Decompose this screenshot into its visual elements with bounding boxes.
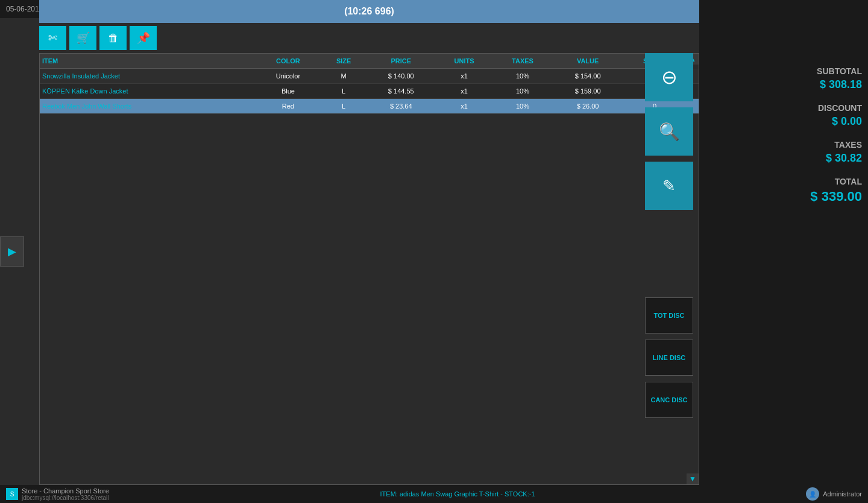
db-info: jdbc:mysql://localhost:3306/retail — [22, 495, 109, 501]
col-value: VALUE — [553, 54, 623, 69]
tag-button[interactable]: 📌 — [130, 26, 157, 50]
line-disc-button[interactable]: LINE DISC — [645, 340, 693, 376]
scroll-down-button[interactable]: ▼ — [687, 473, 699, 484]
summary-section: SUBTOTAL $ 308.18 DISCOUNT $ 0.00 TAXES … — [705, 30, 862, 479]
items-table-scroll[interactable]: ITEM COLOR SIZE PRICE UNITS TAXES VALUE … — [40, 54, 699, 484]
center-panel: (10:26 696) ✄ 🛒 🗑 📌 ITEM COLOR — [39, 0, 699, 485]
status-center: ITEM: adidas Men Swag Graphic T-Shirt - … — [380, 490, 535, 498]
order-title: (10:26 696) — [39, 0, 699, 23]
pencil-icon: ✎ — [662, 177, 676, 195]
col-taxes: TAXES — [492, 54, 553, 69]
search-item-button[interactable]: 🔍 — [645, 107, 693, 156]
store-icon: S — [6, 488, 18, 500]
add-to-cart-button[interactable]: 🛒 — [69, 26, 96, 50]
search-icon-action: 🔍 — [659, 122, 680, 142]
canc-disc-button[interactable]: CANC DISC — [645, 382, 693, 418]
cart-icon: 🛒 — [77, 31, 90, 45]
toolbar: ✄ 🛒 🗑 📌 — [39, 26, 699, 50]
col-price: PRICE — [366, 54, 436, 69]
canc-disc-label: CANC DISC — [650, 396, 687, 403]
discount-label: DISCOUNT — [705, 103, 862, 113]
chevron-right-icon: ▶ — [8, 245, 16, 258]
tag-icon: 📌 — [137, 31, 150, 45]
status-left: S Store - Champion Sport Store jdbc:mysq… — [6, 487, 109, 501]
discount-value: $ 0.00 — [705, 115, 862, 128]
remove-item-button[interactable]: ⊖ — [645, 53, 693, 101]
table-row[interactable]: Reebok Men John Wall ShortsRedL$ 23.64x1… — [40, 99, 699, 114]
col-item: ITEM — [40, 54, 255, 69]
trash-icon: 🗑 — [108, 32, 119, 45]
col-units: UNITS — [436, 54, 492, 69]
status-right: 👤 Administrator — [806, 487, 862, 501]
subtotal-label: SUBTOTAL — [705, 66, 862, 76]
total-label: TOTAL — [705, 177, 862, 186]
table-row[interactable]: KÖPPEN Kälke Down JacketBlueL$ 144.55x11… — [40, 84, 699, 99]
subtotal-value: $ 308.18 — [705, 78, 862, 91]
taxes-label: TAXES — [705, 140, 862, 150]
delete-button[interactable]: 🗑 — [99, 26, 127, 50]
tot-disc-label: TOT DISC — [653, 312, 684, 319]
table-row[interactable]: Snowzilla Insulated JacketUnicolorM$ 140… — [40, 69, 699, 84]
right-summary-panel: SUBTOTAL $ 308.18 DISCOUNT $ 0.00 TAXES … — [699, 0, 868, 485]
right-action-panel: ⊖ 🔍 ✎ TOT DISC LINE DISC CANC DISC — [645, 23, 696, 418]
col-size: SIZE — [321, 54, 366, 69]
total-value: $ 339.00 — [705, 189, 862, 204]
admin-label: Administrator — [823, 490, 862, 498]
minus-circle-icon: ⊖ — [661, 66, 678, 89]
store-name: Store - Champion Sport Store — [22, 487, 109, 495]
status-store: Store - Champion Sport Store jdbc:mysql:… — [22, 487, 109, 501]
tot-disc-button[interactable]: TOT DISC — [645, 297, 693, 334]
cut-icon: ✄ — [48, 31, 57, 45]
statusbar: S Store - Champion Sport Store jdbc:mysq… — [0, 485, 868, 503]
user-icon: 👤 — [806, 487, 819, 501]
cut-button[interactable]: ✄ — [39, 26, 66, 50]
order-id: (10:26 696) — [344, 6, 394, 17]
items-table-container: ITEM COLOR SIZE PRICE UNITS TAXES VALUE … — [39, 53, 699, 485]
line-disc-label: LINE DISC — [653, 354, 685, 361]
left-toggle-button[interactable]: ▶ — [0, 236, 24, 267]
items-table: ITEM COLOR SIZE PRICE UNITS TAXES VALUE … — [40, 54, 699, 114]
taxes-value: $ 30.82 — [705, 152, 862, 165]
col-color: COLOR — [255, 54, 321, 69]
edit-item-button[interactable]: ✎ — [645, 162, 693, 210]
